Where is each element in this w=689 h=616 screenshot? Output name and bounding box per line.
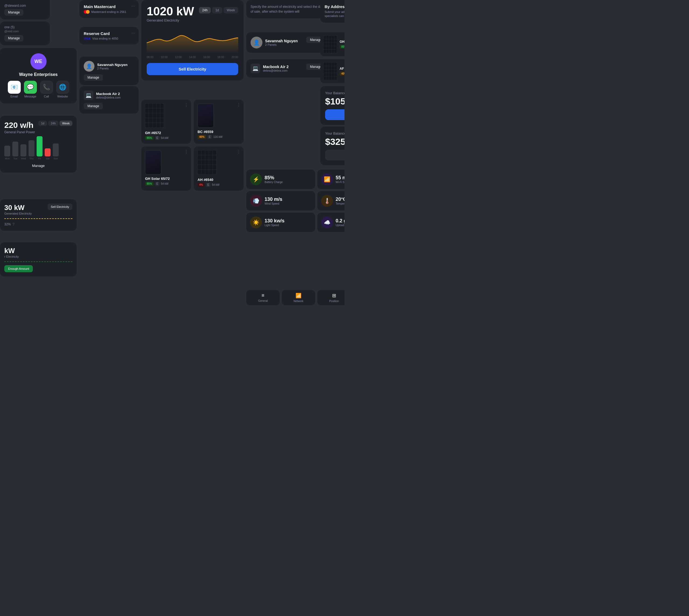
call-action[interactable]: 📞 Call (40, 81, 53, 98)
nav-network-label: Network (294, 300, 304, 303)
ah6540-e: E (206, 183, 210, 187)
stats-grid: ⚡ 85% Battery Charge 📶 55 mb/s Wi-Fi Spe… (246, 170, 344, 232)
stat-light-lbl: Light Speed (265, 224, 285, 227)
nav-general[interactable]: ≡ General (246, 290, 280, 305)
withdraw-btn-2[interactable]: Withdraw (325, 150, 344, 160)
manage-btn-1[interactable]: Manage (4, 9, 23, 16)
user-phone-2: one (5) (4, 25, 45, 29)
nav-position-icon: ⊞ (332, 293, 336, 299)
sp-value-2: kW (4, 247, 72, 255)
bc6559-e: E (207, 135, 212, 139)
nav-network[interactable]: 📶 Network (282, 290, 315, 305)
ghsolar-kw: 54 kW (161, 182, 169, 185)
svg-rect-18 (324, 36, 337, 53)
mc-dots[interactable]: ··· (131, 4, 135, 8)
power-card: 220 w/h General Panel Power 1d 24h Week … (0, 116, 77, 173)
dev-mb-name: Macbook Air 2 (263, 65, 289, 69)
gh-solar-img (324, 36, 337, 53)
sv-count: 2 Panels (97, 67, 128, 70)
bc6559-pct: 40% (198, 135, 206, 139)
af6570-img (324, 63, 337, 80)
ghs6572-id: GH Solar #6572 (340, 40, 344, 44)
panel-gh6572: ⋮ GH #6572 85% E 54 kW (141, 100, 191, 144)
contact-avatar: WE (30, 53, 47, 69)
enough-btn[interactable]: Enough Amount (4, 265, 33, 272)
gh6572-dots[interactable]: ⋮ (184, 102, 188, 107)
bc6559-dots[interactable]: ⋮ (237, 102, 241, 107)
panel-bc6559: ⋮ BC #6559 40% E 116 kW (194, 100, 244, 144)
bc6559-name: BC #6559 (198, 130, 240, 134)
solar-panel-img-2 (198, 150, 216, 174)
ah6540-name: AH #6540 (198, 178, 240, 182)
mb-manage[interactable]: Manage (84, 103, 103, 109)
stat-wifi-lbl: Wi-Fi Speed (336, 181, 344, 183)
sv-manage[interactable]: Manage (84, 74, 103, 81)
elec-tab-24h[interactable]: 24h (199, 7, 211, 14)
nav-position[interactable]: ⊞ Position (317, 290, 344, 305)
contact-card: WE Wayne Enterprises 📧 Email 💬 Message (0, 48, 77, 103)
rc-dots[interactable]: ··· (131, 31, 135, 36)
svg-rect-27 (324, 63, 337, 80)
user-email-2: @reid.com (4, 30, 45, 33)
elec-tab-1d[interactable]: 1d (212, 7, 222, 14)
ba-title: By Address (325, 4, 344, 9)
device-savannah: 👤 Savannah Nguyen 2 Panels Manage (246, 32, 330, 53)
dev-sv-name: Savannah Nguyen (265, 39, 298, 43)
ah6540-kw: 54 kW (212, 183, 219, 186)
mb-email: debra@debra.com (96, 96, 120, 99)
ghs6572-pct: 85% (340, 45, 344, 49)
stat-wind-val: 130 m/s (265, 197, 282, 202)
by-address-card: By Address Submit your address to the ci… (320, 0, 344, 23)
ah6540-dots[interactable]: ⋮ (237, 149, 241, 154)
tab-week[interactable]: Week (60, 120, 72, 126)
reserve-card: Reserve Card VISA Visa ending in 4050 ··… (80, 27, 139, 44)
gh6572-kw: 54 kW (161, 136, 169, 139)
message-action[interactable]: 💬 Message (24, 81, 37, 98)
tab-24h[interactable]: 24h (48, 120, 59, 126)
manage-btn-2[interactable]: Manage (4, 35, 23, 41)
rc-sub: Visa ending in 4050 (92, 37, 118, 40)
stat-wind-lbl: Wind Speed (265, 202, 282, 205)
time-14: 14:00 (189, 56, 196, 59)
elec-tab-week[interactable]: Week (224, 7, 238, 14)
withdraw-btn-1[interactable]: Withdraw (325, 109, 344, 120)
mb-name: Macbook Air 2 (96, 92, 120, 96)
time-18: 18:00 (217, 56, 224, 59)
time-20: 20:00 (231, 56, 238, 59)
panel-ah6540: ⋮ AH #6540 4% E 54 kW (194, 147, 244, 191)
nav-general-label: General (258, 300, 268, 302)
mc-sub: Mastercard ending in 2561 (91, 10, 126, 14)
ghsolar-dots[interactable]: ⋮ (184, 149, 188, 154)
stat-wifi: 📶 55 mb/s Wi-Fi Speed (317, 170, 344, 189)
mastercard-card: Main Mastercard Mastercard ending in 256… (80, 0, 139, 18)
ba-desc: Submit your address to the city where sp… (325, 10, 344, 18)
stat-light-val: 130 kw/s (265, 218, 285, 224)
power-value: 220 w/h (4, 120, 35, 130)
mc-title: Main Mastercard (84, 4, 134, 9)
power-label: General Panel Power (4, 130, 35, 134)
electricity-chart (147, 27, 238, 53)
balance-card-1: Your Balance $1050.24 Withdraw (320, 86, 344, 125)
solar-panel-img-1 (145, 103, 164, 128)
manage-link[interactable]: Manage (4, 164, 72, 168)
elec-label: Generated Electricity (147, 18, 194, 22)
email-action[interactable]: 📧 Email (8, 81, 21, 98)
user-card-2: one (5) @reid.com Manage (0, 22, 50, 45)
stat-upload: ☁️ 0.2 gb/m Upload Data (317, 213, 344, 232)
stat-wind: 💨 130 m/s Wind Speed (246, 191, 315, 211)
user-email-1: @steward.com (4, 4, 45, 7)
user-card-1: @steward.com Manage (0, 0, 50, 19)
af6570-card: AF #6570 40% E 245 kW (320, 59, 344, 83)
website-action[interactable]: 🌐 Website (56, 81, 69, 98)
sell-electricity-btn[interactable]: Sell Electricity (147, 63, 238, 75)
savannah-panel: 👤 Savannah Nguyen 2 Panels Manage (80, 57, 139, 85)
bal1-label: Your Balance (325, 91, 344, 95)
time-12: 12:00 (175, 56, 182, 59)
gh6572-e: E (155, 136, 160, 140)
main-electricity-card: 1020 kW Generated Electricity 24h 1d Wee… (141, 0, 244, 81)
sell-btn-1[interactable]: Sell Electricity (48, 203, 72, 210)
tab-1d[interactable]: 1d (38, 120, 47, 126)
macbook-card: 💻 Macbook Air 2 debra@debra.com Manage (80, 86, 139, 114)
stat-temp-val: 20°C (336, 197, 344, 202)
stat-battery-val: 85% (265, 175, 283, 181)
